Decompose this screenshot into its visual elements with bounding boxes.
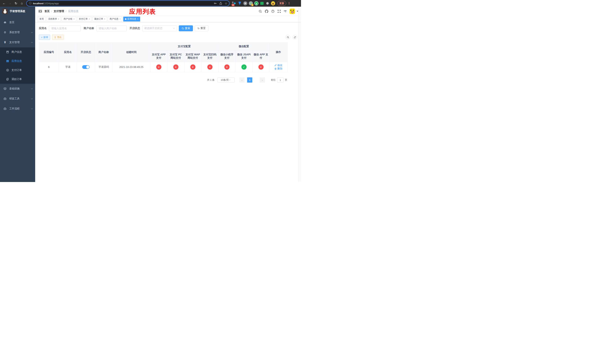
tab-home[interactable]: 首页 [38, 17, 45, 21]
share-icon[interactable] [219, 2, 222, 5]
status-cross-icon: ✕ [173, 64, 178, 70]
col-group-alipay: 支付宝配置 [150, 43, 218, 51]
tab-user-group[interactable]: 用户分组× [62, 17, 76, 21]
sidebar-item-app-info[interactable]: 应用信息 [0, 56, 35, 65]
browser-forward-button[interactable]: → [7, 1, 13, 6]
download-icon: ↧ [54, 36, 56, 39]
cell-merchant: 芋道源码 [95, 62, 113, 72]
sidebar-item-payment[interactable]: ¥ 支付管理 [0, 37, 35, 47]
fullscreen-icon[interactable] [278, 10, 281, 13]
next-page-button[interactable]: › [260, 77, 265, 83]
extension-command-icon[interactable]: ⌘ [243, 1, 247, 6]
extension-gem-icon[interactable] [237, 1, 242, 6]
browser-back-button[interactable]: ← [1, 1, 7, 6]
header-search-icon[interactable] [258, 10, 262, 13]
field-label: 商户名称 [84, 27, 94, 30]
extension-recorder-icon[interactable]: 1 [249, 1, 253, 6]
goto-label: 前往 [271, 78, 276, 82]
site-info-icon[interactable]: ⓘ [29, 2, 32, 5]
password-key-icon[interactable] [214, 2, 217, 5]
browser-update-button[interactable]: 更新 [277, 1, 286, 6]
prev-page-button[interactable]: ‹ [239, 77, 245, 83]
app-logo [2, 9, 8, 14]
col-merchant: 商户名称 [95, 43, 113, 62]
monitor-icon [3, 87, 7, 90]
chevron-down-icon [31, 87, 33, 89]
col-created: 创建时间 [113, 43, 150, 62]
cell-created: 2021-10-23 08:49:25 [113, 62, 150, 72]
sidebar-item-merchant-info[interactable]: 商户信息 [0, 47, 35, 56]
export-button[interactable]: ↧ 导出 [52, 35, 64, 40]
sidebar-item-pay-orders[interactable]: 支付订单 [0, 65, 35, 75]
user-avatar[interactable] [290, 9, 295, 14]
font-size-icon[interactable]: TT [284, 10, 287, 13]
breadcrumb: 首页 / 支付管理 / 应用信息 [44, 10, 78, 13]
delete-link[interactable]: 删除 [274, 67, 282, 70]
refresh-table-button[interactable] [292, 35, 297, 40]
sidebar-fold-icon[interactable] [39, 10, 42, 13]
active-dot [125, 18, 127, 20]
sidebar-item-devtools[interactable]: 研发工具 [0, 94, 35, 104]
status-toggle[interactable] [82, 65, 90, 69]
toggle-search-button[interactable] [285, 35, 290, 40]
tab-pay-orders[interactable]: 支付订单× [77, 17, 92, 21]
tab-process-form[interactable]: 流程表单× [46, 17, 61, 21]
page-number-1[interactable]: 1 [247, 77, 252, 83]
close-icon[interactable]: × [73, 18, 75, 20]
tab-merchant-info[interactable]: 商户信息× [108, 17, 122, 21]
extensions-puzzle-icon[interactable] [265, 1, 270, 6]
close-icon[interactable]: × [104, 18, 105, 20]
app-logo-row[interactable]: 芋道管理系统 [0, 7, 35, 16]
sidebar-item-workflow[interactable]: 工作流程 [0, 104, 35, 114]
cell-alipay-wap: ✕ [184, 62, 201, 72]
sidebar-item-infra[interactable]: 基础设施 [0, 84, 35, 94]
status-select[interactable]: 请选择开启状态 [142, 25, 177, 31]
reset-button[interactable]: ↻ 重置 [195, 25, 208, 31]
browser-reload-button[interactable]: ↻ [13, 1, 19, 6]
col-app-id: 应用编号 [39, 43, 59, 62]
cell-status [77, 62, 95, 72]
search-button[interactable]: 搜索 [179, 25, 193, 31]
browser-home-button[interactable]: ⌂ [19, 1, 24, 6]
extension-grid-icon[interactable]: ◆ 10 [232, 1, 236, 6]
close-icon[interactable]: × [58, 18, 59, 20]
help-icon[interactable] [271, 10, 275, 13]
close-icon[interactable]: × [119, 18, 121, 20]
status-cross-icon: ✕ [190, 64, 195, 70]
sidebar-item-system[interactable]: ⚙ 系统管理 [0, 27, 35, 37]
tab-refund-orders[interactable]: 退款订单× [93, 17, 107, 21]
page-content: 应用名 商户名称 开启状态 请选择开启状态 搜索 ↻ 重置 [35, 22, 301, 182]
col-app-name: 应用名 [59, 43, 77, 62]
breadcrumb-payment[interactable]: 支付管理 [54, 10, 64, 13]
search-form: 应用名 商户名称 开启状态 请选择开启状态 搜索 ↻ 重置 [39, 25, 297, 31]
document-copy-icon [6, 78, 9, 81]
extension-y-icon[interactable]: y [254, 1, 258, 6]
goto-page-input[interactable] [277, 77, 283, 83]
col-wechat-jsapi: 微信 JSAPI 支付 [236, 51, 252, 62]
merchant-name-input[interactable] [96, 25, 127, 31]
extension-chat-icon[interactable] [260, 1, 264, 6]
breadcrumb-home[interactable]: 首页 [44, 10, 50, 13]
sidebar-item-refund-orders[interactable]: 退款订单 [0, 75, 35, 84]
page-size-select[interactable]: 10条/页 [217, 77, 235, 83]
sidebar: 芋道管理系统 首页 ⚙ 系统管理 ¥ 支付管理 [0, 7, 35, 182]
app-title: 芋道管理系统 [10, 10, 25, 13]
scrollbar-track[interactable] [298, 7, 301, 182]
edit-link[interactable]: 修改 [274, 64, 282, 67]
chevron-down-icon [31, 31, 33, 33]
profile-avatar[interactable] [271, 1, 275, 6]
sidebar-item-home[interactable]: 首页 [0, 17, 35, 27]
tab-app-info[interactable]: 应用信息× [123, 17, 140, 21]
col-alipay-qr: 支付宝扫码支付 [201, 51, 218, 62]
col-alipay-pc: 支付宝 PC 网站支付 [167, 51, 184, 62]
bookmark-star-icon[interactable]: ☆ [225, 2, 227, 5]
browser-menu-icon[interactable]: ⋮ [288, 2, 290, 5]
close-icon[interactable]: × [137, 18, 139, 20]
address-bar[interactable]: ⓘ localhost:1024/pay/app ☆ [27, 1, 229, 6]
app-name-input[interactable] [49, 25, 81, 31]
add-button[interactable]: + 新增 [39, 35, 50, 40]
plus-icon: + [41, 36, 43, 39]
github-icon[interactable] [265, 10, 268, 13]
gear-icon: ⚙ [3, 31, 7, 34]
close-icon[interactable]: × [89, 18, 90, 20]
